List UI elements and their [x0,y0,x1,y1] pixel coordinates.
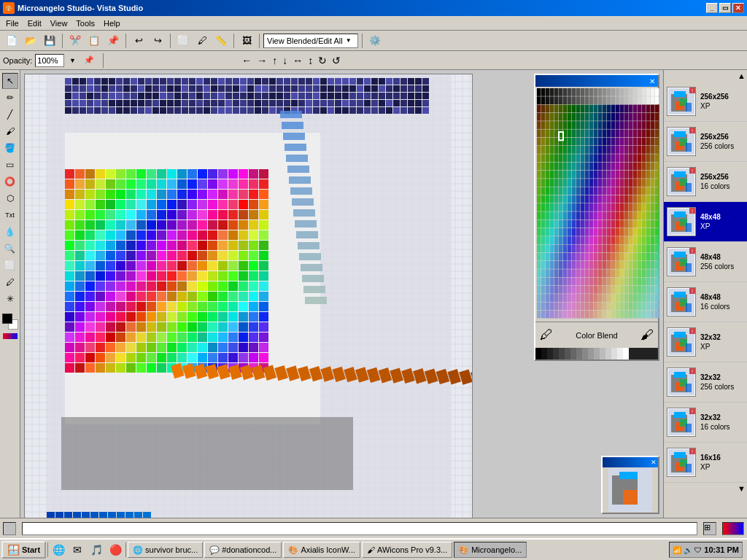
cut-button[interactable]: ✂️ [66,33,84,49]
nav-left-button[interactable]: ← [240,55,253,66]
tool-pencil[interactable]: ✏ [2,90,18,106]
task-survivor[interactable]: 🌐 survivor bruc... [128,542,203,558]
nav-right-button[interactable]: → [255,55,268,66]
tool2-button[interactable]: 🖊 [193,33,211,49]
redo-button[interactable]: ↪ [149,33,166,49]
tool-rect[interactable]: ▭ [2,157,18,173]
quicklaunch-winamp[interactable]: 🔴 [107,542,124,558]
nav-flip-h-button[interactable]: ↔ [291,55,304,66]
nav-down-button[interactable]: ↓ [281,55,289,66]
status-icon2[interactable]: ⊞ [703,522,716,535]
tool1-button[interactable]: ⬜ [174,33,192,49]
taskbar-right: 📶 🔊 🛡 10:31 PM [669,542,746,558]
icon-item-7[interactable]: !32x32256 colors [664,362,747,402]
icon-item-4[interactable]: !48x48256 colors [664,242,747,282]
close-button[interactable]: ✕ [732,3,744,13]
nav-up-button[interactable]: ↑ [271,55,279,66]
icon-preview-8: ! [667,408,696,437]
color-selector[interactable] [2,314,18,330]
icon-item-2[interactable]: !256x25616 colors [664,162,747,202]
icon-item-1[interactable]: !256x256256 colors [664,122,747,162]
task-donation[interactable]: 💬 #donationcod... [204,542,282,558]
new-button[interactable]: 📄 [3,33,20,49]
undo-button[interactable]: ↩ [130,33,147,49]
settings-button[interactable]: ⚙️ [366,33,384,49]
icon-item-8[interactable]: !32x3216 colors [664,402,747,443]
icon-badge-6: ! [689,328,695,334]
task-axialis[interactable]: 🎨 Axialis IconW... [283,542,360,558]
tool-zoom[interactable]: 🔍 [2,241,18,257]
nav-rot-l-button[interactable]: ↺ [330,55,342,66]
scroll-up[interactable]: ▲ [664,70,747,82]
menu-view[interactable]: View [46,18,72,29]
tray-clock: 10:31 PM [704,545,739,554]
palette-close-button[interactable]: ✕ [649,77,655,85]
icon-info-7: 32x32256 colors [700,373,734,392]
taskbar-separator2 [125,542,126,557]
tool-select[interactable]: ↖ [2,73,18,89]
quicklaunch-media[interactable]: 🎵 [88,542,105,558]
main-toolbar: 📄 📂 💾 ✂️ 📋 📌 ↩ ↪ ⬜ 🖊 📏 🖼 View Blended/Ed… [0,31,747,51]
task-axialis-icon: 🎨 [288,545,298,555]
pixel-canvas[interactable] [24,74,473,518]
opacity-pin[interactable]: 📌 [80,52,98,69]
blend-right-icon: 🖌 [640,327,654,343]
menu-edit[interactable]: Edit [23,18,46,29]
tool-eyedrop[interactable]: 💧 [2,224,18,240]
maximize-button[interactable]: ▭ [719,3,731,13]
tool-eraser[interactable]: ⬜ [2,257,18,273]
menu-help[interactable]: Help [99,18,125,29]
tool3-button[interactable]: 📏 [212,33,230,49]
icon-item-0[interactable]: !256x256XP [664,82,747,122]
nav-rot-r-button[interactable]: ↻ [317,55,328,66]
scroll-down[interactable]: ▼ [664,483,747,494]
paste-button[interactable]: 📌 [104,33,122,49]
color-blend-row: 🖊 Color Blend 🖌 [535,322,658,348]
open-button[interactable]: 📂 [22,33,39,49]
quicklaunch-email[interactable]: ✉ [69,542,86,558]
minimize-button[interactable]: _ [706,3,718,13]
menu-tools[interactable]: Tools [71,18,99,29]
system-tray: 📶 🔊 🛡 10:31 PM [669,542,743,558]
color-blend-label: Color Blend [576,331,617,340]
tool-text[interactable]: Txt [2,207,18,223]
tool-smudge[interactable]: 🖊 [2,274,18,290]
save-button[interactable]: 💾 [41,33,58,49]
task-survivor-label: survivor bruc... [145,545,198,554]
menu-file[interactable]: File [1,18,23,29]
icon-badge-8: ! [689,408,695,414]
task-awicons[interactable]: 🖌 AWicons Pro v9.3... [362,542,452,558]
nav-flip-v-button[interactable]: ↕ [306,55,314,66]
icon-badge-7: ! [689,368,695,374]
taskbar: 🪟 Start 🌐 ✉ 🎵 🔴 🌐 survivor bruc... 💬 #do… [0,538,747,560]
icon-item-3[interactable]: !48x48XP [664,202,747,242]
tool-ellipse[interactable]: ⭕ [2,174,18,190]
palette-title-bar: ✕ [535,75,658,87]
opacity-input[interactable] [35,54,64,67]
start-button[interactable]: 🪟 Start [1,541,46,559]
icon-preview-2: ! [667,167,696,196]
icon-item-6[interactable]: !32x32XP [664,322,747,362]
icon-info-2: 256x25616 colors [700,172,730,191]
preview-title-bar: ✕ [603,457,658,467]
icon-item-5[interactable]: !48x4816 colors [664,282,747,322]
blend-swatch-bar[interactable] [535,348,658,359]
tool-fill[interactable]: 🪣 [2,140,18,156]
status-bar: ⊞ [0,518,747,538]
color-palette-grid[interactable] [537,88,659,319]
task-microangelo[interactable]: 🎨 Microangelo... [454,542,527,558]
icon-item-9[interactable]: !16x16XP [664,443,747,483]
tool-brush[interactable]: 🖌 [2,123,18,139]
copy-button[interactable]: 📋 [85,33,103,49]
status-icon1[interactable] [3,522,16,535]
view-mode-dropdown[interactable]: View Blended/Edit All ▼ [263,34,358,48]
tool-magic[interactable]: ✳ [2,291,18,307]
quicklaunch-ie[interactable]: 🌐 [50,542,67,558]
opacity-dropdown[interactable]: ▼ [67,52,77,69]
preview-close-button[interactable]: ✕ [651,459,657,466]
gradient-swatch[interactable] [3,333,18,339]
tool-polygon[interactable]: ⬡ [2,190,18,206]
tool4-button[interactable]: 🖼 [238,33,255,49]
tool-line[interactable]: ╱ [2,106,18,122]
menu-bar: File Edit View Tools Help [0,16,747,31]
